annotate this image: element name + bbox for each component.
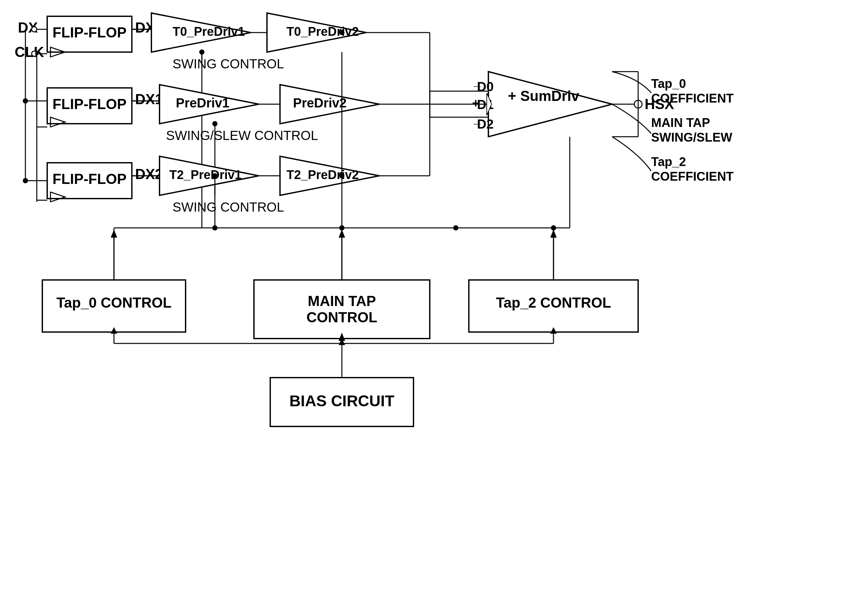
- swing-control-top-label: SWING CONTROL: [172, 57, 284, 71]
- t0pd2-swing-dot: [339, 30, 344, 35]
- clk-dot-ff0: [35, 52, 39, 55]
- bias-circuit-label: BIAS CIRCUIT: [290, 392, 395, 409]
- main-tap-swing-label2: SWING/SLEW: [651, 130, 732, 144]
- main-ctrl-label1: MAIN TAP: [308, 293, 376, 309]
- tap0-coeff-label1: Tap_0: [651, 77, 686, 90]
- tap0-coeff-label2: COEFFICIENT: [651, 91, 733, 105]
- ff0-label: FLIP-FLOP: [53, 25, 126, 40]
- main-ctrl-label2: CONTROL: [306, 309, 377, 325]
- tap2-coeff-label1: Tap_2: [651, 155, 686, 169]
- t0-predriv2-label: T0_PreDriv2: [287, 25, 359, 39]
- t0-predriv1-label: T0_PreDriv1: [172, 25, 245, 39]
- predriv2-label: PreDriv2: [293, 96, 347, 110]
- ff1-label: FLIP-FLOP: [53, 96, 126, 112]
- dx-terminal: [32, 27, 37, 32]
- t2-predriv2-label: T2_PreDriv2: [287, 168, 359, 182]
- minus-bot-label: _: [473, 112, 481, 125]
- clk-label: CLK: [15, 44, 44, 60]
- dx-ff1-dot: [23, 98, 28, 104]
- dx2-label: DX2: [135, 166, 163, 182]
- dx1-label: DX1: [135, 91, 163, 107]
- dx-ff2-dot: [23, 178, 28, 183]
- ff2-label: FLIP-FLOP: [53, 171, 126, 187]
- t2-predriv1-label: T2_PreDriv1: [169, 168, 242, 182]
- tap0-ctrl-label: Tap_0 CONTROL: [56, 294, 172, 311]
- swing-control-bot-label: SWING CONTROL: [172, 200, 284, 214]
- minus-top-label: _: [473, 74, 481, 88]
- tap2-ctrl-label: Tap_2 CONTROL: [496, 294, 611, 311]
- plus-label: +: [472, 96, 479, 110]
- circuit-diagram: FLIP-FLOP DX CLK DX0 FLIP-FLOP DX1 FLIP-…: [0, 0, 868, 612]
- swing-slew-label: SWING/SLEW CONTROL: [166, 128, 318, 143]
- predriv1-label: PreDriv1: [176, 96, 229, 110]
- tap2-coeff-label2: COEFFICIENT: [651, 170, 733, 183]
- main-tap-swing-label1: MAIN TAP: [651, 116, 710, 130]
- sumdriv-label: + SumDriv: [508, 88, 579, 104]
- bus-dot3: [453, 225, 459, 231]
- swing-slew-dot: [212, 121, 217, 126]
